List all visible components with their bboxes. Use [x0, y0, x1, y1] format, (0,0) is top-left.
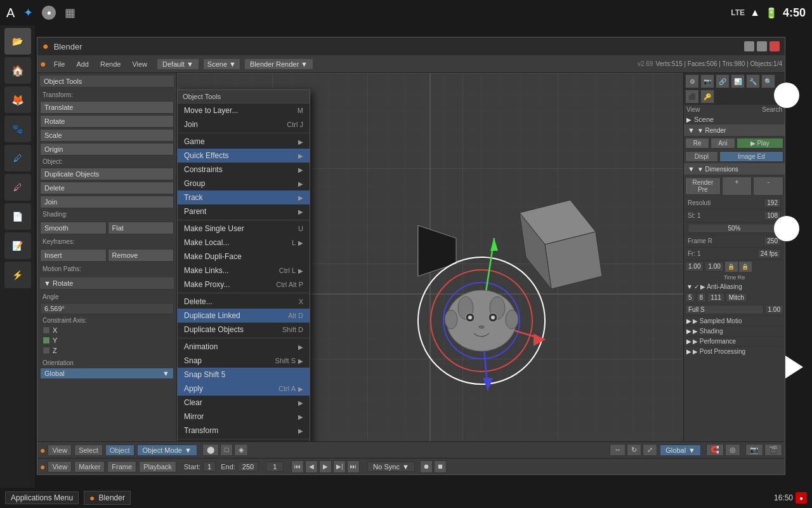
timeline-extra-btn2[interactable]: ⏹ — [434, 460, 447, 473]
fps-display[interactable]: 24 fps — [757, 249, 781, 258]
sync-selector[interactable]: No Sync ▼ — [367, 462, 414, 472]
menu-view-top[interactable]: View — [128, 59, 151, 69]
translate-button[interactable]: Translate — [40, 101, 174, 114]
angle-input[interactable]: 6.569° — [40, 303, 174, 314]
timeline-frame-btn[interactable]: Frame — [107, 461, 136, 472]
end-frame-input[interactable]: 250 — [238, 462, 258, 472]
rp-icon-7[interactable]: ⬛ — [685, 90, 699, 104]
rp-icon-4[interactable]: 📊 — [731, 74, 745, 88]
view-menu-btn[interactable]: View — [48, 444, 72, 456]
menu-render[interactable]: Rende — [96, 59, 124, 69]
sidebar-icon-firefox[interactable]: 🦊 — [4, 86, 31, 113]
rotate-section-title[interactable]: ▼ Rotate — [40, 277, 174, 290]
proportional-btn[interactable]: ◎ — [725, 444, 740, 456]
scale-button[interactable]: Scale — [40, 129, 174, 142]
timeline-marker-btn[interactable]: Marker — [74, 461, 105, 472]
remove-keyframe-button[interactable]: Remove — [108, 249, 174, 262]
join-button[interactable]: Join — [40, 196, 174, 208]
viewport-icon[interactable]: ● — [40, 445, 45, 455]
full-sample-val[interactable]: 1.00 — [765, 305, 783, 314]
menu-item-clear[interactable]: Clear ▶ — [178, 396, 310, 410]
global-selector[interactable]: Global ▼ — [40, 368, 174, 379]
menu-item-animation[interactable]: Animation ▶ — [178, 340, 310, 354]
scale-icon-btn[interactable]: ⤢ — [643, 444, 657, 456]
flat-button[interactable]: Flat — [108, 222, 174, 234]
lock-aspect-btn2[interactable]: 🔒 — [739, 262, 752, 272]
rp-icon-8[interactable]: 🔑 — [700, 90, 714, 104]
menu-item-snap[interactable]: Snap Shift S ▶ — [178, 354, 310, 368]
app-icon-1[interactable]: A — [6, 6, 15, 20]
menu-item-snap-shift5[interactable]: Snap Shift 5 — [178, 368, 310, 382]
view-btn[interactable]: View — [686, 106, 700, 113]
aa-val1[interactable]: 5 — [685, 293, 695, 302]
timeline-icon[interactable]: ● — [40, 462, 45, 472]
sidebar-icon-libreoffice[interactable]: 🖊 — [4, 145, 31, 171]
search-btn[interactable]: Search — [762, 106, 782, 113]
rp-icon-6[interactable]: 🔍 — [761, 74, 775, 88]
preset-remove-btn[interactable]: - — [753, 177, 783, 196]
shading-render-btn[interactable]: ◈ — [234, 444, 248, 456]
sidebar-icon-inkscape[interactable]: 🖊 — [4, 174, 31, 201]
aa-val3[interactable]: 111 — [707, 293, 724, 302]
current-frame-input[interactable]: 1 — [266, 462, 284, 472]
menu-item-duplicate-linked[interactable]: Duplicate Linked Alt D — [178, 309, 310, 323]
timeline-extra-btn1[interactable]: ⏺ — [420, 460, 433, 473]
menu-item-apply[interactable]: Apply Ctrl A ▶ — [178, 382, 310, 396]
render-engine-selector[interactable]: Blender Render ▼ — [245, 59, 313, 69]
timeline-view-btn[interactable]: View — [48, 461, 72, 472]
insert-keyframe-button[interactable]: Insert — [40, 249, 107, 262]
duplicate-objects-button[interactable]: Duplicate Objects — [40, 168, 174, 180]
scene-selector[interactable]: Scene ▼ — [204, 59, 240, 69]
menu-item-make-local[interactable]: Make Local... L ▶ — [178, 236, 310, 250]
lock-aspect-btn[interactable]: 🔒 — [725, 262, 738, 272]
axis-x-checkbox[interactable] — [43, 326, 50, 334]
play-button[interactable]: ▶ Play — [737, 138, 784, 149]
origin-button[interactable]: Origin — [40, 143, 174, 156]
menu-item-delete[interactable]: Delete... X — [178, 295, 310, 309]
viewport-3d[interactable]: Object Tools Move to Layer... M Join Ctr… — [177, 73, 683, 441]
aspect-y-input[interactable]: 1.00 — [705, 262, 723, 272]
taskbar-apps-menu[interactable]: Applications Menu — [5, 491, 79, 504]
menu-file[interactable]: File — [50, 59, 69, 69]
timeline-playback-btn[interactable]: Playback — [139, 461, 176, 472]
menu-item-parent[interactable]: Parent ▶ — [178, 204, 310, 218]
menu-item-make-links[interactable]: Make Links... Ctrl L ▶ — [178, 264, 310, 277]
aa-val2[interactable]: 8 — [697, 293, 707, 302]
menu-item-make-proxy[interactable]: Make Proxy... Ctrl Alt P — [178, 277, 310, 291]
app-icon-2[interactable]: ✦ — [23, 6, 33, 20]
image-editor-button[interactable]: Image Ed — [719, 151, 783, 162]
maximize-button[interactable] — [757, 41, 767, 51]
rp-icon-5[interactable]: 🔧 — [746, 74, 760, 88]
rotate-icon-btn[interactable]: ↻ — [627, 444, 641, 456]
layout-selector[interactable]: Default ▼ — [157, 59, 199, 69]
rotate-button[interactable]: Rotate — [40, 115, 174, 128]
menu-item-make-single-user[interactable]: Make Single User U — [178, 222, 310, 236]
menu-item-undo-history[interactable]: Undo History Ctrl Alt Z — [178, 441, 310, 441]
aa-toggle[interactable]: ✓ — [694, 283, 699, 290]
menu-item-move-to-layer[interactable]: Move to Layer... M — [178, 104, 310, 117]
display-button[interactable]: Displ — [685, 151, 718, 162]
sidebar-icon-leafpad[interactable]: 📝 — [4, 232, 31, 259]
resolution-pct-input[interactable]: 50% — [688, 224, 781, 233]
resolution-x-input[interactable]: 192 — [764, 198, 781, 208]
next-frame-btn[interactable]: ▶| — [333, 460, 346, 473]
menu-add[interactable]: Add — [72, 59, 93, 69]
mode-selector[interactable]: Object Mode ▼ — [137, 444, 197, 456]
select-menu-btn[interactable]: Select — [74, 444, 103, 456]
start-frame-input[interactable]: 1 — [203, 462, 216, 472]
translate-icon-btn[interactable]: ↔ — [610, 444, 625, 456]
shading-wire-btn[interactable]: □ — [220, 444, 233, 456]
object-tools-title[interactable]: Object Tools — [40, 76, 174, 88]
camera-btn[interactable]: 📷 — [745, 444, 763, 456]
sidebar-icon-gimp[interactable]: 🐾 — [4, 116, 31, 142]
jump-end-btn[interactable]: ⏭ — [347, 460, 360, 473]
render-section-title[interactable]: ▼ ▼ Render — [684, 124, 785, 137]
snap-btn[interactable]: 🧲 — [706, 444, 724, 456]
sidebar-icon-files[interactable]: 📂 — [4, 28, 31, 55]
sidebar-icon-thunder[interactable]: ⚡ — [4, 262, 31, 288]
render-preview-btn[interactable]: 🎬 — [764, 444, 782, 456]
close-button[interactable] — [769, 41, 780, 51]
jump-start-btn[interactable]: ⏮ — [291, 460, 304, 473]
shading-solid-btn[interactable]: ⬤ — [202, 444, 219, 456]
play-fwd-btn[interactable]: ▶ — [319, 460, 332, 473]
